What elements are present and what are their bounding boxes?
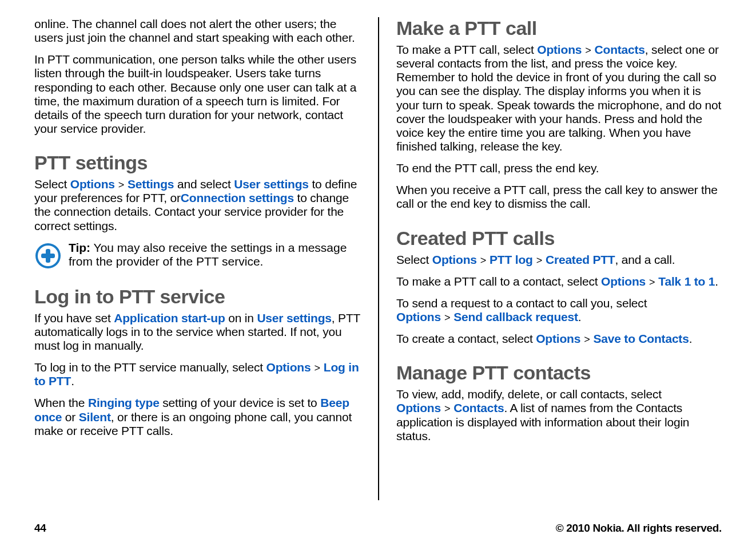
paragraph: To send a request to a contact to call y… <box>396 296 722 324</box>
heading-created-ptt-calls: Created PTT calls <box>396 227 722 250</box>
menu-contacts: Contacts <box>453 401 504 414</box>
text: . <box>71 374 74 387</box>
text: To send a request to a contact to call y… <box>396 296 647 310</box>
paragraph: online. The channel call does not alert … <box>34 17 361 45</box>
text: or <box>62 410 79 424</box>
menu-options: Options <box>432 253 477 266</box>
text: , and a call. <box>615 253 675 266</box>
text: To make a PTT call, select <box>396 43 537 56</box>
breadcrumb-sep: > <box>580 334 593 345</box>
menu-options: Options <box>396 310 441 323</box>
paragraph: When the Ringing type setting of your de… <box>34 396 361 437</box>
breadcrumb-sep: > <box>582 45 594 56</box>
paragraph: To make a PTT call, select Options>Conta… <box>396 43 722 153</box>
paragraph: In PTT communication, one person talks w… <box>34 53 361 136</box>
tip-block: Tip: You may also receive the settings i… <box>34 241 361 270</box>
text: and select <box>174 177 234 191</box>
menu-options: Options <box>266 361 311 374</box>
paragraph: To create a contact, select Options>Save… <box>396 332 722 346</box>
menu-options: Options <box>536 332 580 345</box>
menu-send-callback-request: Send callback request <box>453 310 578 323</box>
tip-icon <box>34 242 62 270</box>
text: setting of your device is set to <box>160 396 321 409</box>
menu-contacts: Contacts <box>595 43 645 56</box>
page-number: 44 <box>34 522 46 535</box>
paragraph: To log in to the PTT service manually, s… <box>34 361 361 388</box>
text: . <box>715 275 718 288</box>
text: . <box>578 310 582 323</box>
text: To make a PTT call to a contact, select <box>396 275 601 288</box>
text: When the <box>34 396 88 409</box>
breadcrumb-sep: > <box>646 276 658 288</box>
heading-log-in: Log in to PTT service <box>34 286 361 308</box>
heading-manage-ptt-contacts: Manage PTT contacts <box>396 362 722 384</box>
menu-options: Options <box>396 401 441 414</box>
paragraph: To end the PTT call, press the end key. <box>396 161 722 175</box>
value-silent: Silent <box>79 410 111 424</box>
setting-ringing-type: Ringing type <box>88 396 160 409</box>
heading-make-ptt-call: Make a PTT call <box>396 17 722 39</box>
menu-user-settings: User settings <box>257 311 331 325</box>
paragraph: Select Options>PTT log>Created PTT, and … <box>396 253 722 267</box>
breadcrumb-sep: > <box>477 255 490 266</box>
breadcrumb-sep: > <box>533 255 546 266</box>
paragraph: To view, add, modify, delete, or call co… <box>396 387 722 443</box>
text: , select one or several contacts from th… <box>396 43 721 153</box>
right-column: Make a PTT call To make a PTT call, sele… <box>378 17 722 500</box>
heading-ptt-settings: PTT settings <box>34 152 361 174</box>
paragraph: To make a PTT call to a contact, select … <box>396 275 722 288</box>
text: Select <box>34 177 70 191</box>
text: To create a contact, select <box>396 332 536 345</box>
menu-options: Options <box>537 43 582 56</box>
text: To view, add, modify, delete, or call co… <box>396 387 662 401</box>
breadcrumb-sep: > <box>311 362 323 374</box>
paragraph: When you receive a PTT call, press the c… <box>396 183 722 211</box>
tip-text: Tip: You may also receive the settings i… <box>69 241 361 268</box>
text: You may also receive the settings in a m… <box>69 241 347 268</box>
menu-created-ptt: Created PTT <box>546 253 615 266</box>
menu-settings: Settings <box>128 177 174 191</box>
menu-application-startup: Application start-up <box>114 311 225 325</box>
left-column: online. The channel call does not alert … <box>34 17 378 500</box>
paragraph: If you have set Application start-up on … <box>34 311 361 353</box>
menu-user-settings: User settings <box>234 177 308 191</box>
menu-options: Options <box>70 177 115 191</box>
copyright: © 2010 Nokia. All rights reserved. <box>556 522 722 535</box>
page: online. The channel call does not alert … <box>0 0 756 546</box>
text: . <box>689 332 693 345</box>
breadcrumb-sep: > <box>441 403 453 414</box>
menu-save-to-contacts: Save to Contacts <box>593 332 689 345</box>
text: To log in to the PTT service manually, s… <box>34 361 266 374</box>
page-footer: 44 © 2010 Nokia. All rights reserved. <box>34 522 722 535</box>
two-column-layout: online. The channel call does not alert … <box>34 17 722 500</box>
menu-talk-1-to-1: Talk 1 to 1 <box>658 275 715 288</box>
tip-label: Tip: <box>69 241 90 254</box>
menu-options: Options <box>601 275 646 288</box>
paragraph: Select Options>Settings and select User … <box>34 177 361 233</box>
svg-rect-3 <box>41 254 55 258</box>
menu-connection-settings: Connection settings <box>181 191 294 204</box>
text: on in <box>225 311 257 325</box>
breadcrumb-sep: > <box>115 179 128 191</box>
text: Select <box>396 253 432 266</box>
text: If you have set <box>34 311 114 325</box>
menu-ptt-log: PTT log <box>490 253 533 266</box>
breadcrumb-sep: > <box>441 312 453 323</box>
